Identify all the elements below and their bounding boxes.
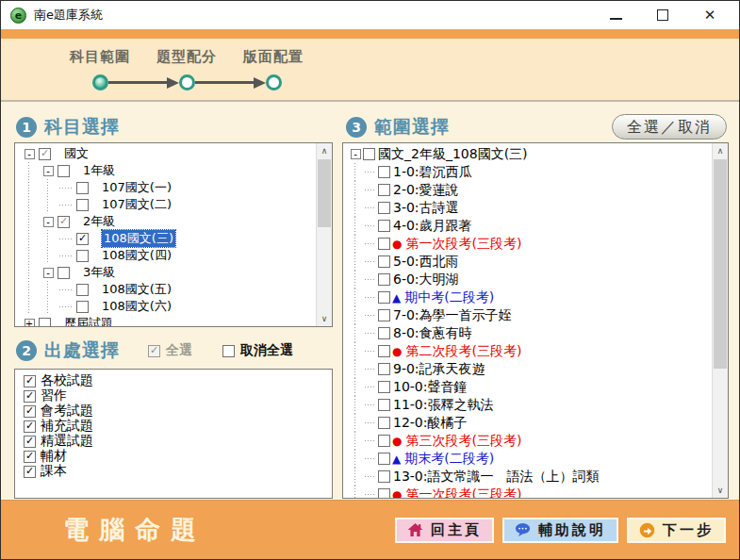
source-item-checkbox[interactable] [24, 420, 36, 433]
tree-item-checkbox[interactable] [76, 301, 89, 313]
tree-item[interactable]: 107國文(二) [20, 196, 316, 213]
tree-item-label[interactable]: 12-0:酸橘子 [393, 415, 468, 432]
tree-item[interactable]: 2-0:愛蓮說 [348, 181, 712, 199]
tree-item-checkbox[interactable] [58, 216, 70, 228]
tree-item-label[interactable]: 第一次段考(三段考) [405, 236, 521, 253]
vertical-scrollbar[interactable]: ∧ ∨ [712, 143, 728, 498]
select-all-control[interactable]: 全選 [148, 342, 192, 359]
tree-item-checkbox[interactable] [39, 148, 51, 160]
collapse-icon[interactable]: - [25, 149, 35, 159]
tree-item-label[interactable]: 5-0:西北雨 [393, 254, 459, 271]
tree-item-checkbox[interactable] [378, 327, 390, 339]
tree-item[interactable]: 11-0:張釋之執法 [348, 396, 712, 414]
source-list-item[interactable]: 輔材 [20, 449, 332, 464]
tree-item-checkbox[interactable] [76, 250, 89, 262]
vertical-scrollbar[interactable]: ∧ ∨ [316, 143, 332, 326]
tree-item-checkbox[interactable] [378, 255, 390, 268]
tree-item-label[interactable]: 11-0:張釋之執法 [393, 397, 494, 414]
tree-item[interactable]: 108國文(六) [20, 298, 316, 315]
tree-item-checkbox[interactable] [378, 238, 390, 250]
source-list-item[interactable]: 精選試題 [20, 434, 332, 449]
tree-item-label[interactable]: 10-0:聲音鐘 [393, 379, 468, 396]
tree-item[interactable]: 12-0:酸橘子 [348, 414, 712, 432]
collapse-icon[interactable]: - [351, 149, 361, 159]
source-item-checkbox[interactable] [24, 375, 36, 387]
tree-item-label[interactable]: 13-0:語文常識一 語法（上）詞類 [393, 469, 600, 486]
tree-item-checkbox[interactable] [378, 453, 390, 465]
tree-item-label[interactable]: 108國文(六) [102, 298, 172, 315]
source-list-item[interactable]: 課本 [20, 464, 332, 479]
tree-item[interactable]: 9-0:記承天夜遊 [348, 360, 712, 378]
tree-item-label[interactable]: 歷屆試題 [64, 315, 113, 326]
tree-item-label[interactable]: 4-0:歲月跟著 [393, 218, 472, 235]
tree-item-checkbox[interactable] [58, 165, 70, 177]
close-button-icon[interactable]: ✕ [703, 8, 716, 22]
tree-item-checkbox[interactable] [378, 166, 390, 178]
tree-item[interactable]: 108國文(四) [20, 247, 316, 264]
tree-item-checkbox[interactable] [76, 233, 89, 245]
next-step-button[interactable]: 下一步 [627, 518, 726, 543]
tree-item-checkbox[interactable] [378, 291, 390, 304]
source-item-checkbox[interactable] [24, 451, 36, 463]
source-list-item[interactable]: 各校試題 [20, 373, 332, 388]
tree-item[interactable]: 1-0:碧沉西瓜 [348, 163, 712, 181]
collapse-icon[interactable]: - [43, 166, 54, 176]
tree-item-label[interactable]: 108國文(四) [102, 247, 172, 264]
source-list-item[interactable]: 習作 [20, 388, 332, 404]
tree-item-label[interactable]: 2年級 [83, 213, 115, 230]
source-item-checkbox[interactable] [24, 466, 36, 478]
tree-item-label[interactable]: 期末考(二段考) [404, 451, 494, 468]
tree-item[interactable]: 107國文(一) [20, 179, 316, 196]
tree-item-label[interactable]: 第一次段考(三段考) [405, 486, 521, 499]
home-button[interactable]: 回主頁 [395, 518, 494, 543]
tree-item[interactable]: 108國文(三) [20, 230, 316, 247]
help-button[interactable]: 輔助說明 [502, 518, 618, 543]
scrollbar-thumb[interactable] [318, 159, 331, 227]
tree-item-label[interactable]: 1年級 [83, 162, 115, 179]
tree-item-label[interactable]: 6-0:大明湖 [393, 272, 459, 288]
tree-item-checkbox[interactable] [378, 202, 390, 214]
select-all-toggle-button[interactable]: 全選／取消 [612, 114, 727, 140]
tree-item-checkbox[interactable] [378, 470, 390, 483]
tree-item[interactable]: ●第一次段考(三段考) [348, 235, 712, 253]
tree-item-checkbox[interactable] [363, 148, 375, 160]
tree-item-label[interactable]: 1-0:碧沉西瓜 [393, 164, 472, 181]
tree-item-checkbox[interactable] [378, 488, 390, 498]
deselect-all-checkbox[interactable] [222, 345, 235, 357]
tree-item[interactable]: 3-0:古詩選 [348, 199, 712, 217]
tree-item[interactable]: -國文 [20, 145, 316, 162]
tree-item-checkbox[interactable] [378, 363, 390, 375]
tree-item-checkbox[interactable] [76, 284, 89, 296]
tree-item[interactable]: ●第二次段考(三段考) [348, 342, 712, 360]
collapse-icon[interactable]: - [43, 217, 54, 227]
collapse-icon[interactable]: - [43, 268, 54, 278]
tree-item[interactable]: 6-0:大明湖 [348, 271, 712, 288]
tree-item-checkbox[interactable] [378, 435, 390, 447]
source-list-item[interactable]: 補充試題 [20, 419, 332, 434]
tree-item-checkbox[interactable] [378, 220, 390, 232]
tree-item[interactable]: 108國文(五) [20, 281, 316, 298]
tree-item[interactable]: +歷屆試題 [20, 315, 316, 326]
tree-item-label[interactable]: 3年級 [83, 264, 115, 281]
tree-item-label[interactable]: 國文 [64, 145, 89, 162]
tree-item-checkbox[interactable] [39, 318, 51, 327]
tree-item-label[interactable]: 8-0:食蔥有時 [393, 325, 472, 342]
source-list-item[interactable]: 會考試題 [20, 404, 332, 419]
tree-item-label[interactable]: 107國文(二) [102, 196, 172, 213]
tree-item[interactable]: -1年級 [20, 162, 316, 179]
tree-item[interactable]: -3年級 [20, 264, 316, 281]
expand-icon[interactable]: + [25, 319, 35, 327]
deselect-all-control[interactable]: 取消全選 [222, 342, 293, 359]
tree-item[interactable]: -2年級 [20, 213, 316, 230]
scrollbar-thumb[interactable] [714, 159, 727, 369]
source-item-checkbox[interactable] [24, 405, 36, 418]
tree-item[interactable]: ▲期中考(二段考) [348, 288, 712, 306]
tree-item[interactable]: 8-0:食蔥有時 [348, 324, 712, 342]
tree-item-label[interactable]: 3-0:古詩選 [393, 200, 459, 217]
tree-item[interactable]: ●第一次段考(三段考) [348, 486, 712, 498]
maximize-button-icon[interactable] [657, 9, 668, 21]
tree-item-label[interactable]: 107國文(一) [102, 179, 172, 196]
tree-item[interactable]: 5-0:西北雨 [348, 253, 712, 271]
tree-item-checkbox[interactable] [378, 399, 390, 411]
tree-item-label[interactable]: 7-0:為學一首示子姪 [393, 307, 512, 324]
